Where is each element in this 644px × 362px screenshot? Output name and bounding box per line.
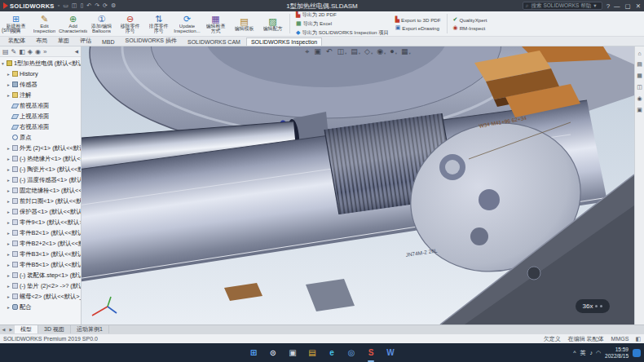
remove-balloons-button[interactable]: ⊖ 移除零件 序号	[116, 12, 144, 35]
taskbar-solidworks-icon[interactable]: S	[364, 347, 377, 360]
dimxpertmanager-tab-icon[interactable]: ◈	[28, 48, 33, 55]
tree-item[interactable]: ▸ (-) 热绝缘片<1> (默认<<默认>_显	[0, 153, 81, 164]
rm-inspect-button[interactable]: ◉ RM-Inspect	[453, 24, 487, 31]
document-tab[interactable]: 3D 视图	[38, 325, 71, 333]
tree-item[interactable]: 原点	[0, 132, 81, 143]
taskbar-search-icon[interactable]: ⊙	[267, 347, 280, 360]
display-style-icon[interactable]: ◇▾	[364, 47, 373, 55]
command-tab[interactable]: 装配体	[3, 35, 30, 46]
help-button[interactable]: ?	[607, 2, 610, 10]
tree-item[interactable]: ▸ 螺母<2> (默认<<默认>_显示状	[0, 291, 81, 302]
tree-item[interactable]: 前视基准面	[0, 100, 81, 111]
tree-item[interactable]: ▸ 零件B5<1> (默认<<默认>_显示	[0, 259, 81, 270]
view-orientation-icon[interactable]: ▤▾	[351, 47, 360, 55]
command-tab[interactable]: SOLIDWORKS 插件	[121, 35, 182, 46]
tree-item[interactable]: ▸ (-) 垫片 (2)<2> ->? (默认<<默认>	[0, 280, 81, 291]
taskbar-file-explorer-icon[interactable]: ▤	[306, 347, 319, 360]
command-tab[interactable]: 布局	[31, 35, 52, 46]
edit-template-button[interactable]: ▤ 编辑模板	[230, 12, 258, 35]
volume-icon[interactable]: ♪	[589, 350, 593, 356]
undo-icon[interactable]: ↶	[86, 2, 91, 9]
previous-view-icon[interactable]: ↶	[326, 47, 333, 55]
edit-inspection-method-button[interactable]: ▦ 编辑检查 方式	[201, 12, 230, 35]
model-small-parts[interactable]	[224, 279, 355, 311]
export-inspection-project-button[interactable]: ◆ 导出为 SOLIDWORKS Inspection 项目	[296, 29, 389, 37]
edit-inspection-project-button[interactable]: ✎ Edit Inspection	[30, 12, 59, 35]
add-characteristic-button[interactable]: ⊕ Add Characteristic	[59, 12, 87, 35]
tree-item[interactable]: ▸ 零件B3<1> (默认<<默认>_显示	[0, 249, 81, 259]
help-search-input[interactable]: ⌕ 搜索 SOLIDWORKS 帮助 ▾	[523, 2, 602, 10]
tab-overflow-icon[interactable]: »	[43, 48, 46, 55]
minimize-button[interactable]: —	[614, 2, 620, 10]
maximize-button[interactable]: ▢	[625, 2, 631, 10]
taskbar-browser-icon[interactable]: ◎	[345, 347, 358, 360]
command-tab[interactable]: SOLIDWORKS Inspection	[246, 38, 322, 46]
update-inspection-project-button[interactable]: ⟳ Update Inspection...	[173, 12, 201, 35]
network-icon[interactable]: ◠	[596, 350, 601, 356]
tree-item[interactable]: ▸ 零件9<1> (默认<<默认>_显示状	[0, 217, 81, 227]
tree-item[interactable]: 上视基准面	[0, 111, 81, 121]
new-document-icon[interactable]: ▫	[58, 2, 60, 9]
tree-item[interactable]: ▸ 注解	[0, 90, 81, 100]
displaymanager-tab-icon[interactable]: ◉	[35, 48, 41, 55]
export-edrawing-button[interactable]: ▣ Export eDrawing	[395, 24, 441, 31]
close-button[interactable]: ✕	[636, 2, 641, 10]
export-excel-button[interactable]: ▦ 导出为 Excel	[296, 20, 389, 28]
qualityxpert-button[interactable]: ✔ QualityXpert	[453, 16, 487, 23]
search-caret-icon[interactable]: ▾	[593, 2, 596, 9]
tree-item[interactable]: ▸ 零件B2+2<1> (默认<<默认>_显	[0, 238, 81, 249]
taskbar-start-button[interactable]: ⊞	[247, 347, 260, 360]
command-tab[interactable]: SOLIDWORKS CAM	[183, 38, 245, 46]
status-tag-icon[interactable]: ◧	[635, 336, 641, 342]
hidden-icons-chevron[interactable]: ^	[573, 350, 576, 355]
tree-item[interactable]: 右视基准面	[0, 121, 81, 132]
file-explorer-tab-icon[interactable]: ▦	[637, 73, 642, 79]
design-library-tab-icon[interactable]: ▤	[637, 61, 642, 68]
insert-balloons-button[interactable]: ① 添加/编辑 Balloons	[87, 12, 116, 35]
document-tab[interactable]: 运动算例1	[71, 325, 109, 333]
taskbar-edge-icon[interactable]: e	[325, 347, 338, 360]
featuremanager-tree-tab-icon[interactable]: ▤	[2, 48, 9, 55]
appearances-tab-icon[interactable]: ◉	[637, 95, 642, 102]
solidworks-logo[interactable]: SOLIDWORKS	[0, 2, 58, 10]
panel-collapse-arrow[interactable]: ◀	[75, 49, 78, 54]
tabs-scroll-left-icon[interactable]: ◀	[0, 325, 7, 333]
tree-item[interactable]: ▾ 1型加热丝电偶 (默认<默认>_显示状态-1)	[0, 58, 81, 68]
taskbar-task-view-icon[interactable]: ▣	[286, 347, 299, 360]
configurationmanager-tab-icon[interactable]: ◧	[19, 48, 25, 55]
tree-item[interactable]: ▸ 零件B2<1> (默认<<默认>_显示	[0, 227, 81, 238]
tabs-scroll-right-icon[interactable]: ▶	[7, 325, 15, 333]
taskbar-word-icon[interactable]: W	[384, 347, 397, 360]
options-icon[interactable]: ⚙	[111, 2, 116, 9]
tree-item[interactable]: ▸ 前封口圈<1> (默认<<默认>_显示	[0, 196, 81, 206]
rebuild-icon[interactable]: ⟳	[103, 2, 108, 9]
sort-balloons-button[interactable]: ⇅ 排序零件 序号	[144, 12, 173, 35]
zoom-indicator-badge[interactable]: 36x	[576, 299, 610, 313]
print-icon[interactable]: ▯	[80, 2, 83, 9]
zoom-fit-icon[interactable]: ⌖	[305, 47, 310, 55]
view-palette-tab-icon[interactable]: ◫	[637, 84, 642, 90]
edit-appearance-icon[interactable]: ●▾	[390, 47, 397, 55]
ime-indicator[interactable]: 英	[580, 349, 585, 357]
tree-item[interactable]: ▸ 外壳 (2)<1> (默认<<默认>_显示状	[0, 143, 81, 153]
tree-item[interactable]: ▸ (-) 装配体.step<1> (默认<<默认	[0, 270, 81, 280]
section-view-icon[interactable]: ◫▾	[337, 47, 346, 55]
clock[interactable]: 15:59 2022/8/15	[605, 347, 629, 359]
edit-recipe-button[interactable]: ▨ 编辑配方	[258, 12, 287, 35]
tree-item[interactable]: ▸ 固定绝缘栓<1> (默认<<默认>_显	[0, 185, 81, 196]
custom-properties-tab-icon[interactable]: ▣	[637, 107, 642, 113]
command-tab[interactable]: 评估	[75, 35, 96, 46]
propertymanager-tab-icon[interactable]: ✎	[11, 48, 17, 55]
notifications-badge[interactable]	[633, 349, 641, 357]
open-document-icon[interactable]: ▭	[63, 2, 68, 9]
document-tab[interactable]: 模型	[15, 325, 38, 333]
save-icon[interactable]: ◫	[72, 2, 77, 9]
redo-icon[interactable]: ↷	[95, 2, 99, 9]
tree-item[interactable]: ▸ 配合	[0, 302, 81, 312]
tree-item[interactable]: ▸ History	[0, 68, 81, 79]
command-tab[interactable]: 草图	[53, 35, 74, 46]
tree-item[interactable]: ▸ 传感器	[0, 79, 81, 90]
view-settings-icon[interactable]: ▦▾	[401, 47, 411, 55]
tree-item[interactable]: ▸ (-) 陶瓷片<1> (默认<<默认>_显示	[0, 164, 81, 174]
command-tab[interactable]: MBD	[97, 38, 120, 46]
